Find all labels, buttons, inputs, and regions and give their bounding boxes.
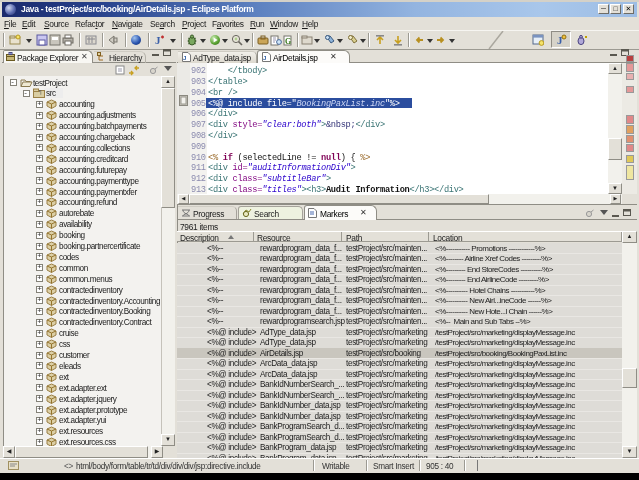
svg-text:G: G [285,37,291,46]
svg-text:J: J [155,34,161,46]
svg-text:J: J [183,55,186,61]
svg-text:¶: ¶ [39,89,42,95]
svg-text:J: J [263,55,266,61]
